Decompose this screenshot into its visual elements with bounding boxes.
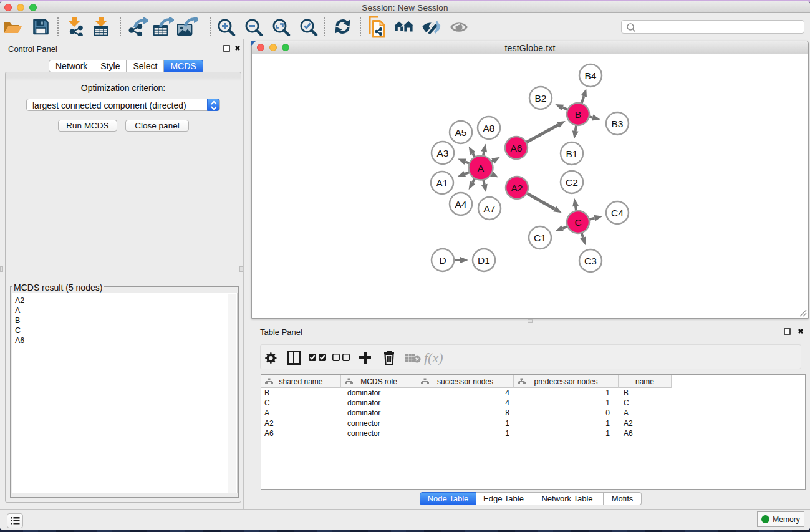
svg-text:C: C [574,217,581,228]
svg-text:A1: A1 [436,178,448,188]
svg-text:B2: B2 [535,93,547,104]
svg-text:A8: A8 [483,123,495,133]
svg-text:B4: B4 [585,70,597,81]
svg-text:B3: B3 [612,118,624,129]
svg-text:D: D [439,255,446,266]
svg-text:A2: A2 [511,183,523,193]
svg-text:C4: C4 [611,208,624,218]
svg-text:C1: C1 [534,233,546,243]
svg-text:A6: A6 [511,143,523,153]
svg-text:B: B [575,109,581,120]
svg-text:A5: A5 [455,127,467,138]
svg-text:A: A [478,163,485,173]
svg-text:A4: A4 [455,199,467,210]
svg-text:A3: A3 [437,148,449,158]
svg-text:f(x): f(x) [424,350,443,365]
svg-text:B1: B1 [566,148,578,159]
svg-text:C3: C3 [584,256,597,266]
svg-text:A7: A7 [484,203,496,214]
svg-text:D1: D1 [478,255,490,266]
svg-text:C2: C2 [566,177,578,188]
